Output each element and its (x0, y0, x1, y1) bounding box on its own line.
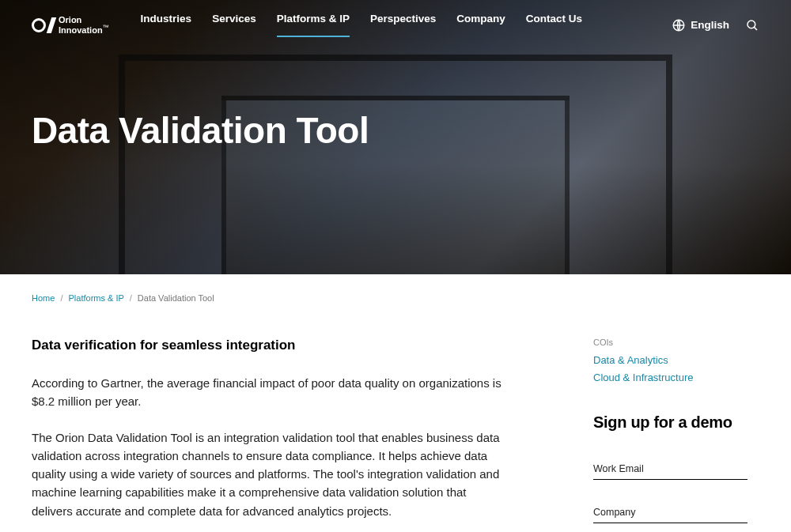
top-nav: Orion Innovation™ Industries Services Pl… (0, 0, 791, 37)
page-title: Data Validation Tool (32, 109, 369, 152)
search-icon (745, 18, 759, 32)
brand-name: Orion Innovation™ (59, 15, 109, 35)
nav-services[interactable]: Services (212, 13, 256, 37)
coi-heading: COIs (593, 338, 747, 347)
nav-platforms-ip[interactable]: Platforms & IP (277, 13, 350, 37)
breadcrumb-home[interactable]: Home (32, 293, 55, 303)
article-body: Data verification for seamless integrati… (32, 338, 506, 532)
nav-links: Industries Services Platforms & IP Persp… (141, 13, 672, 37)
breadcrumb: Home / Platforms & IP / Data Validation … (32, 293, 759, 303)
globe-icon (672, 18, 686, 32)
svg-line-2 (754, 27, 757, 30)
email-field[interactable] (593, 458, 747, 480)
article-paragraph: According to Gartner, the average financ… (32, 374, 506, 411)
nav-company[interactable]: Company (456, 13, 505, 37)
article-subheading: Data verification for seamless integrati… (32, 338, 506, 353)
coi-link-cloud-infrastructure[interactable]: Cloud & Infrastructure (593, 369, 747, 387)
company-field[interactable] (593, 502, 747, 523)
article-paragraph: The Orion Data Validation Tool is an int… (32, 428, 506, 520)
brand-logo[interactable]: Orion Innovation™ (32, 15, 109, 35)
language-label: English (691, 19, 729, 31)
language-switcher[interactable]: English (672, 18, 729, 32)
demo-form-heading: Sign up for a demo (593, 413, 747, 432)
coi-link-data-analytics[interactable]: Data & Analytics (593, 352, 747, 369)
sidebar: COIs Data & Analytics Cloud & Infrastruc… (593, 338, 747, 532)
nav-contact[interactable]: Contact Us (526, 13, 582, 37)
svg-point-1 (747, 21, 755, 28)
logo-mark-icon (32, 17, 54, 33)
breadcrumb-section[interactable]: Platforms & IP (69, 293, 124, 303)
nav-industries[interactable]: Industries (141, 13, 192, 37)
search-button[interactable] (745, 18, 759, 32)
hero-banner: Orion Innovation™ Industries Services Pl… (0, 0, 791, 274)
breadcrumb-current: Data Validation Tool (138, 293, 214, 303)
nav-perspectives[interactable]: Perspectives (370, 13, 436, 37)
